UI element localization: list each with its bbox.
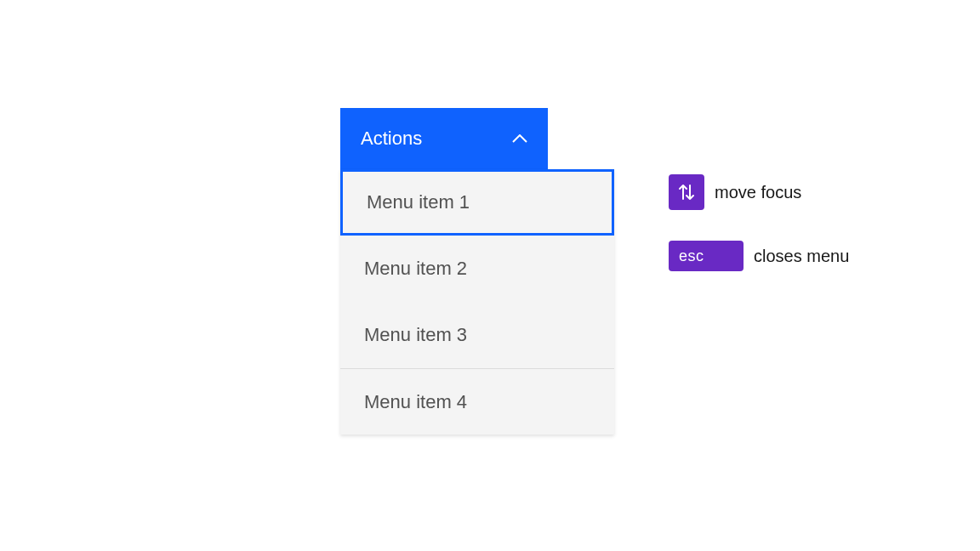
- menu-item-label: Menu item 2: [364, 258, 467, 280]
- dropdown-menu: Menu item 1 Menu item 2 Menu item 3 Menu…: [340, 169, 614, 435]
- esc-key-badge: esc: [669, 241, 744, 271]
- menu-item-3[interactable]: Menu item 3: [340, 302, 614, 368]
- actions-dropdown: Actions Menu item 1 Menu item 2 Menu ite…: [340, 108, 614, 435]
- legend-row-esc: esc closes menu: [669, 241, 849, 271]
- menu-item-1[interactable]: Menu item 1: [340, 169, 614, 236]
- arrow-keys-badge: [669, 174, 704, 210]
- menu-item-label: Menu item 4: [364, 391, 467, 413]
- legend-arrows-text: move focus: [715, 183, 801, 202]
- menu-item-label: Menu item 1: [367, 191, 470, 213]
- up-down-arrows-icon: [676, 182, 697, 202]
- actions-button-label: Actions: [361, 128, 422, 150]
- actions-button[interactable]: Actions: [340, 108, 548, 169]
- menu-item-label: Menu item 3: [364, 324, 467, 346]
- menu-item-4[interactable]: Menu item 4: [340, 368, 614, 435]
- chevron-up-icon: [512, 134, 527, 143]
- legend-row-arrows: move focus: [669, 174, 849, 210]
- legend-esc-text: closes menu: [754, 247, 849, 266]
- keyboard-legend: move focus esc closes menu: [669, 174, 849, 302]
- menu-item-2[interactable]: Menu item 2: [340, 236, 614, 302]
